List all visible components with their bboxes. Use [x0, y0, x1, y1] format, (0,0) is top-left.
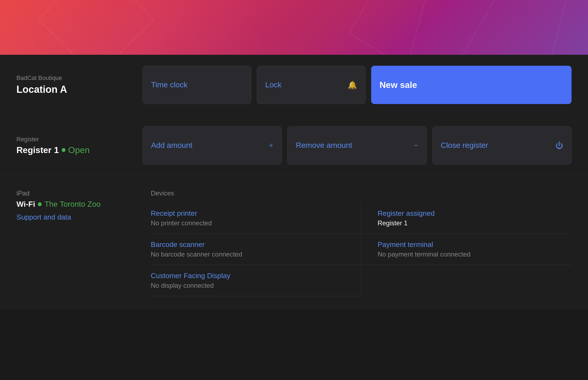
ipad-label: iPad: [16, 189, 134, 197]
register-actions: Add amount + Remove amount − Close regis…: [143, 126, 572, 165]
main-content: BadCat Boutique Location A Time clock Lo…: [0, 55, 588, 310]
location-info: BadCat Boutique Location A: [16, 74, 134, 95]
register-info: Register Register 1 Open: [16, 136, 134, 155]
remove-amount-label: Remove amount: [296, 141, 352, 150]
new-sale-button[interactable]: New sale: [371, 66, 572, 104]
support-and-data-link[interactable]: Support and data: [16, 213, 71, 221]
customer-facing-display-status: No display connected: [151, 282, 345, 289]
payment-terminal-item: Payment terminal No payment terminal con…: [361, 234, 572, 265]
barcode-scanner-link[interactable]: Barcode scanner: [151, 240, 345, 249]
time-clock-button[interactable]: Time clock: [143, 66, 251, 104]
receipt-printer-link[interactable]: Receipt printer: [151, 209, 345, 218]
time-clock-label: Time clock: [151, 80, 188, 89]
devices-section: Devices Receipt printer No printer conne…: [151, 189, 572, 296]
register-status-row: Register 1 Open: [16, 145, 134, 155]
wifi-row: Wi-Fi The Toronto Zoo: [16, 200, 134, 209]
banner-decoration-3: [408, 0, 576, 55]
register-label: Register: [16, 136, 134, 143]
location-title: Location A: [16, 84, 134, 95]
customer-facing-display-link[interactable]: Customer Facing Display: [151, 272, 345, 280]
receipt-printer-status: No printer connected: [151, 219, 345, 227]
location-actions: Time clock Lock 🔔 New sale: [143, 66, 572, 104]
plus-icon: +: [269, 141, 273, 150]
wifi-label: Wi-Fi: [16, 200, 35, 209]
add-amount-button[interactable]: Add amount +: [143, 126, 282, 165]
lock-label: Lock: [265, 80, 282, 89]
minus-icon: −: [414, 141, 418, 150]
payment-terminal-status: No payment terminal connected: [378, 251, 572, 258]
add-amount-label: Add amount: [151, 141, 192, 150]
power-icon: ⏻: [555, 141, 563, 150]
banner-decoration-1: [38, 0, 154, 55]
header-banner: [0, 0, 588, 55]
register-section: Register Register 1 Open Add amount + Re…: [0, 115, 588, 176]
wifi-network-name: The Toronto Zoo: [44, 200, 101, 209]
barcode-scanner-status: No barcode scanner connected: [151, 251, 345, 258]
lock-icon: 🔔: [348, 80, 357, 90]
close-register-button[interactable]: Close register ⏻: [432, 126, 572, 165]
bottom-section: iPad Wi-Fi The Toronto Zoo Support and d…: [0, 176, 588, 310]
register-name: Register 1: [16, 145, 59, 155]
register-assigned-link[interactable]: Register assigned: [378, 209, 572, 218]
register-open-status: Open: [68, 145, 90, 155]
register-assigned-item: Register assigned Register 1: [361, 203, 572, 234]
receipt-printer-item: Receipt printer No printer connected: [151, 203, 361, 234]
devices-grid: Receipt printer No printer connected Reg…: [151, 203, 572, 296]
payment-terminal-link[interactable]: Payment terminal: [378, 240, 572, 249]
customer-facing-display-item: Customer Facing Display No display conne…: [151, 265, 361, 296]
status-dot-icon: [62, 148, 66, 152]
register-assigned-value: Register 1: [378, 219, 572, 227]
barcode-scanner-item: Barcode scanner No barcode scanner conne…: [151, 234, 361, 265]
ipad-info: iPad Wi-Fi The Toronto Zoo Support and d…: [16, 189, 134, 296]
close-register-label: Close register: [441, 141, 488, 150]
new-sale-label: New sale: [380, 80, 417, 90]
devices-label: Devices: [151, 189, 572, 197]
org-name: BadCat Boutique: [16, 74, 134, 82]
wifi-connected-icon: [38, 202, 42, 206]
lock-button[interactable]: Lock 🔔: [257, 66, 366, 104]
location-section: BadCat Boutique Location A Time clock Lo…: [0, 55, 588, 115]
remove-amount-button[interactable]: Remove amount −: [287, 126, 427, 165]
